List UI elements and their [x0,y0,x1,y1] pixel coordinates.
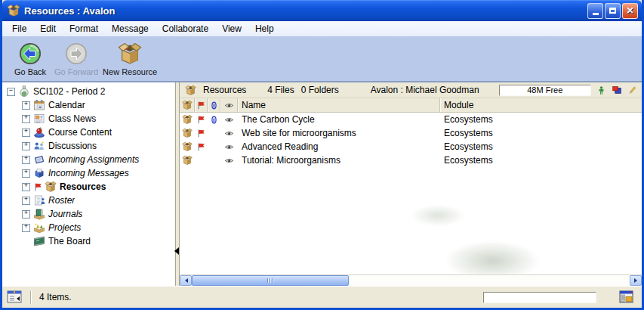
file-name: Advanced Reading [238,140,440,153]
tree-item-class-news[interactable]: + Class News [2,112,175,126]
file-row-web-site-for-microorganisms[interactable]: Web site for microorganisms Ecosystems [180,126,642,140]
tree-root-sci102[interactable]: − SCI102 - Period 2 [2,85,175,98]
tree-item-the-board[interactable]: The Board [2,234,175,248]
pencil-icon[interactable] [627,85,637,95]
scroll-right-button[interactable] [630,275,642,286]
menu-help[interactable]: Help [248,22,281,36]
close-button[interactable] [622,3,638,19]
column-flag[interactable] [195,98,208,112]
menu-view[interactable]: View [215,22,248,36]
column-header: Name Module [180,98,642,113]
go-back-button[interactable]: Go Back [8,40,52,78]
expand-icon[interactable]: + [22,169,30,178]
expand-icon[interactable]: + [22,129,30,137]
tree-root-label: SCI102 - Period 2 [33,86,105,97]
expand-icon[interactable]: + [22,224,30,232]
expand-icon[interactable]: + [22,210,30,219]
main-area: − SCI102 - Period 2 + Calendar + Class N… [2,82,642,286]
minimize-button[interactable] [587,3,603,19]
resource-box-icon [182,141,193,152]
tree-item-label: Course Content [48,127,112,138]
expand-icon[interactable]: + [22,101,30,110]
folder-title: Resources [203,85,246,95]
file-row-advanced-reading[interactable]: Advanced Reading Ecosystems [180,140,642,153]
resource-box-icon [182,128,193,138]
menu-collaborate[interactable]: Collaborate [156,22,215,36]
status-bar: 4 Items. [2,286,642,308]
projects-icon [33,222,45,234]
collapse-icon[interactable]: − [7,88,15,96]
scrollbar-track[interactable] [349,275,630,286]
resource-box-icon [185,85,196,96]
incoming-assignments-icon [33,153,45,166]
tree-item-label: Calendar [48,100,85,110]
flag-icon [33,182,43,192]
scrollbar-thumb[interactable] [192,275,349,286]
expand-icon[interactable]: + [22,115,30,123]
layout-icon[interactable] [619,290,634,304]
expand-icon[interactable]: + [22,156,30,164]
window-title: Resources : Avalon [24,5,586,17]
resource-box-icon [182,114,193,125]
info-bar-actions [591,85,637,95]
column-attachment[interactable] [208,98,220,112]
tree-item-journals[interactable]: + Journals [2,207,175,221]
eye-icon [224,129,234,138]
tree-item-incoming-assignments[interactable]: + Incoming Assignments [2,153,175,166]
resource-box-icon [182,100,193,110]
new-resource-button[interactable]: New Resource [100,40,159,78]
items-count: 4 Items. [39,292,72,302]
incoming-messages-icon [33,167,45,179]
flag-icon [196,115,206,125]
menu-format[interactable]: Format [63,22,105,36]
discussions-icon [33,140,45,152]
tree-item-label: Incoming Assignments [48,154,139,165]
go-forward-label: Go Forward [54,67,98,76]
column-name[interactable]: Name [238,98,440,112]
status-field [483,292,596,303]
tree-item-projects[interactable]: + Projects [2,221,175,234]
new-resource-icon [118,42,142,66]
tree-item-label: Class News [48,113,96,124]
tree-item-resources[interactable]: + Resources [2,180,175,194]
tree-item-label: The Board [48,236,91,246]
expand-icon[interactable]: + [22,183,30,191]
column-visibility[interactable] [220,98,238,112]
toggle-panel-icon[interactable] [7,290,23,304]
scroll-left-button[interactable] [180,275,192,286]
resource-box-icon [182,155,193,166]
tree-item-discussions[interactable]: + Discussions [2,139,175,153]
minimize-icon [593,13,599,15]
go-back-icon [18,42,42,66]
file-row-the-carbon-cycle[interactable]: The Carbon Cycle Ecosystems [180,113,642,126]
tree-item-incoming-messages[interactable]: + Incoming Messages [2,166,175,180]
tree-item-course-content[interactable]: + Course Content [2,126,175,139]
title-bar[interactable]: Resources : Avalon [2,0,642,21]
tree-item-label: Resources [60,181,106,192]
maximize-button[interactable] [605,3,621,19]
file-module: Ecosystems [440,113,642,126]
chevron-right-icon [634,278,639,283]
person-icon[interactable] [596,85,606,95]
course-flask-icon [18,85,30,98]
new-resource-label: New Resource [103,67,157,76]
windows-icon[interactable] [612,85,622,95]
menu-file[interactable]: File [5,22,33,36]
tree-item-calendar[interactable]: + Calendar [2,98,175,112]
the-board-icon [33,235,45,247]
expand-icon[interactable]: + [22,197,30,205]
journals-icon [33,208,45,220]
tree-item-label: Projects [48,222,81,233]
menu-message[interactable]: Message [105,22,156,36]
file-row-tutorial-microorganisms[interactable]: Tutorial: Microorganisms Ecosystems [180,153,642,167]
tree-item-roster[interactable]: + Roster [2,194,175,207]
file-name: Tutorial: Microorganisms [238,153,440,167]
roster-icon [33,194,45,206]
column-type[interactable] [180,98,195,112]
column-module[interactable]: Module [440,98,642,112]
eye-icon [224,142,234,152]
horizontal-scrollbar[interactable] [180,274,642,286]
expand-icon[interactable]: + [22,142,30,150]
splitter-collapse-icon[interactable] [174,247,179,255]
menu-edit[interactable]: Edit [33,22,63,36]
